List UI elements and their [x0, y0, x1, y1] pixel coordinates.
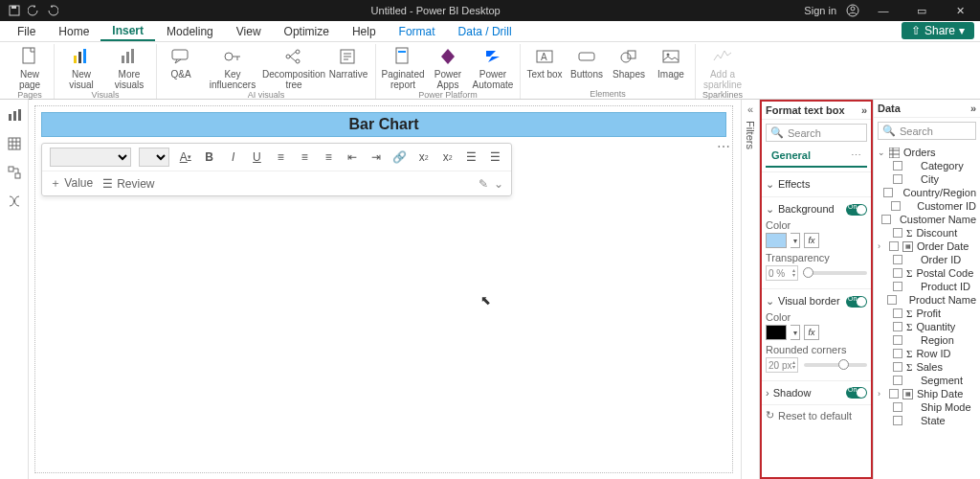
field-checkbox[interactable]: [893, 228, 902, 238]
tab-file[interactable]: File: [6, 21, 47, 41]
key-influencers-button[interactable]: Key influencers: [205, 46, 260, 90]
field-checkbox[interactable]: [893, 255, 902, 264]
image-button[interactable]: Image: [653, 46, 689, 80]
qa-button[interactable]: Q&A: [163, 46, 199, 80]
tab-modeling[interactable]: Modeling: [155, 21, 225, 41]
bold-button[interactable]: B: [201, 148, 217, 167]
maximize-button[interactable]: ▭: [907, 5, 936, 17]
indent-decrease-button[interactable]: ⇤: [345, 148, 361, 167]
field-checkbox[interactable]: [889, 241, 899, 251]
shadow-toggle[interactable]: On: [846, 387, 867, 399]
share-button[interactable]: ⇧ Share ▾: [902, 22, 974, 39]
field-checkbox[interactable]: [893, 335, 902, 345]
field-checkbox[interactable]: [893, 402, 902, 412]
table-view-icon[interactable]: [7, 136, 22, 151]
field-checkbox[interactable]: [893, 174, 902, 184]
data-search-input[interactable]: 🔍 Search: [878, 122, 976, 140]
paginated-report-button[interactable]: Paginated report: [382, 46, 424, 90]
bg-color-fx[interactable]: fx: [804, 233, 819, 248]
indent-increase-button[interactable]: ⇥: [368, 148, 385, 167]
field-checkbox[interactable]: [893, 308, 902, 318]
power-automate-button[interactable]: Power Automate: [472, 46, 514, 90]
field-quantity[interactable]: ΣQuantity: [878, 320, 976, 333]
shapes-button[interactable]: Shapes: [611, 46, 647, 80]
field-checkbox[interactable]: [891, 201, 901, 211]
dax-view-icon[interactable]: [7, 194, 22, 209]
field-checkbox[interactable]: [893, 416, 902, 425]
background-section-header[interactable]: ⌄Background On: [766, 201, 867, 217]
transparency-input[interactable]: 0 %▴▾: [766, 265, 798, 281]
chevron-down-icon[interactable]: ⌄: [494, 177, 503, 191]
sign-in-label[interactable]: Sign in: [804, 5, 836, 16]
add-value-button[interactable]: ＋ Value: [50, 175, 93, 192]
align-center-button[interactable]: ≡: [297, 148, 313, 167]
field-customer-name[interactable]: Customer Name: [878, 213, 976, 226]
tab-help[interactable]: Help: [341, 21, 388, 41]
format-search-input[interactable]: 🔍 Search: [766, 124, 867, 142]
buttons-button[interactable]: Buttons: [568, 46, 605, 80]
expand-filters-icon[interactable]: «: [747, 103, 753, 115]
field-checkbox[interactable]: [893, 282, 902, 291]
field-checkbox[interactable]: [887, 295, 897, 305]
field-order-date[interactable]: ›▦Order Date: [878, 240, 976, 253]
tab-optimize[interactable]: Optimize: [273, 21, 341, 41]
more-visuals-button[interactable]: More visuals: [108, 46, 150, 90]
italic-button[interactable]: I: [225, 148, 241, 167]
filters-collapsed-rail[interactable]: « Filters: [741, 100, 760, 479]
bg-color-swatch[interactable]: [766, 233, 787, 248]
bullet-list-button[interactable]: ☰: [463, 148, 479, 167]
background-toggle[interactable]: On: [846, 204, 867, 216]
font-color-button[interactable]: A▾: [177, 148, 193, 167]
field-row-id[interactable]: ΣRow ID: [878, 347, 976, 360]
report-canvas[interactable]: Bar Chart ⋯ A▾ B I U ≡ ≡ ≡ ⇤ ⇥ 🔗 x2: [29, 100, 741, 479]
font-size-select[interactable]: [139, 148, 169, 167]
field-ship-date[interactable]: ›▦Ship Date: [878, 387, 976, 400]
minimize-button[interactable]: —: [869, 5, 898, 16]
field-checkbox[interactable]: [881, 215, 891, 224]
field-segment[interactable]: Segment: [878, 374, 976, 387]
review-button[interactable]: ☰Review: [102, 177, 154, 191]
field-state[interactable]: State: [878, 414, 976, 427]
wand-icon[interactable]: ✎: [479, 177, 488, 191]
transparency-slider[interactable]: [804, 271, 867, 275]
expand-data-icon[interactable]: »: [970, 103, 976, 114]
field-postal-code[interactable]: ΣPostal Code: [878, 266, 976, 280]
field-checkbox[interactable]: [893, 376, 902, 385]
field-sales[interactable]: ΣSales: [878, 360, 976, 374]
field-checkbox[interactable]: [893, 349, 902, 358]
report-view-icon[interactable]: [7, 107, 22, 123]
font-family-select[interactable]: [50, 148, 131, 167]
bg-color-dropdown[interactable]: ▾: [791, 233, 800, 248]
visual-options-menu[interactable]: ⋯: [717, 139, 730, 154]
new-visual-button[interactable]: New visual: [60, 46, 102, 90]
model-view-icon[interactable]: [7, 165, 22, 180]
field-country-region[interactable]: Country/Region: [878, 186, 976, 199]
user-icon[interactable]: [846, 4, 859, 17]
field-checkbox[interactable]: [889, 389, 899, 399]
tab-format[interactable]: Format: [388, 21, 447, 41]
align-right-button[interactable]: ≡: [321, 148, 337, 167]
tab-insert[interactable]: Insert: [100, 21, 155, 41]
redo-icon[interactable]: [46, 4, 59, 17]
underline-button[interactable]: U: [249, 148, 265, 167]
field-checkbox[interactable]: [893, 268, 902, 278]
rounded-slider[interactable]: [804, 363, 867, 367]
tab-home[interactable]: Home: [47, 21, 100, 41]
field-product-name[interactable]: Product Name: [878, 293, 976, 307]
subscript-button[interactable]: x2: [439, 148, 456, 167]
border-color-fx[interactable]: fx: [804, 325, 819, 340]
field-ship-mode[interactable]: Ship Mode: [878, 400, 976, 414]
close-button[interactable]: ✕: [946, 5, 974, 17]
field-checkbox[interactable]: [893, 161, 902, 171]
save-icon[interactable]: [8, 4, 21, 17]
field-checkbox[interactable]: [893, 362, 902, 372]
number-list-button[interactable]: ☰: [487, 148, 503, 167]
effects-section-header[interactable]: ⌄Effects: [766, 176, 867, 193]
rounded-input[interactable]: 20 px▴▾: [766, 357, 798, 373]
field-region[interactable]: Region: [878, 333, 976, 347]
field-checkbox[interactable]: [893, 322, 902, 331]
link-button[interactable]: 🔗: [391, 148, 408, 167]
field-city[interactable]: City: [878, 172, 976, 186]
format-tab-general[interactable]: General ⋯: [766, 146, 867, 168]
power-apps-button[interactable]: Power Apps: [430, 46, 466, 90]
